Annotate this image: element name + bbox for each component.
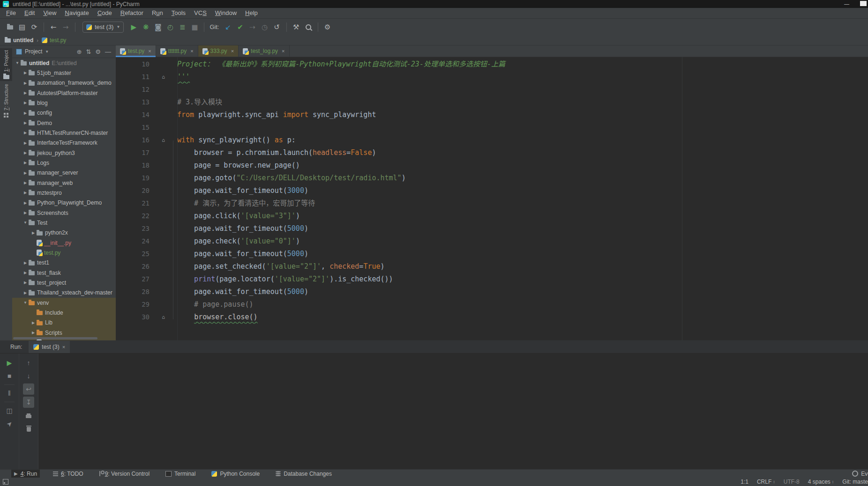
tree-arrow-icon[interactable]: ▶ [30, 331, 37, 335]
toolwindow-switcher-icon[interactable] [3, 479, 8, 485]
search-everywhere-icon[interactable] [303, 22, 314, 33]
code-area[interactable]: 10Project： 《最新出炉》系列初窥篇-Python+Playwright… [116, 57, 868, 340]
code-line[interactable]: 24 page.check('[value="0"]') [116, 235, 868, 248]
down-stack-trace-icon[interactable]: ↓ [23, 370, 34, 382]
code-line[interactable]: 13# 3.导入模块 [116, 96, 868, 109]
code-line[interactable]: 16⌂with sync_playwright() as p: [116, 134, 868, 147]
tree-arrow-icon[interactable]: ▶ [22, 121, 29, 125]
rerun-icon[interactable]: ▶ [4, 357, 15, 368]
event-log-button[interactable]: Eve [852, 471, 868, 477]
status-crlf[interactable]: CRLF↕ [757, 479, 775, 485]
fold-marker-icon[interactable]: ⌂ [150, 71, 177, 83]
pin-tab-icon[interactable]: ➤ [1, 416, 17, 432]
tree-item-Thailand_xsteach_dev-master[interactable]: ▶Thailand_xsteach_dev-master [12, 288, 116, 298]
tree-item-mztestpro[interactable]: ▶mztestpro [12, 188, 116, 198]
tree-arrow-icon[interactable]: ▶ [22, 131, 29, 135]
tree-arrow-icon[interactable]: ▶ [30, 231, 37, 235]
run-icon[interactable]: ▶ [128, 22, 139, 33]
menu-file[interactable]: File [2, 8, 20, 18]
tree-item-automation_framework_demo[interactable]: ▶automation_framework_demo [12, 78, 116, 88]
wrench-icon[interactable]: ⚒ [291, 22, 302, 33]
close-icon[interactable]: × [148, 48, 151, 54]
tree-item-Python_Playwright_Demo[interactable]: ▶Python_Playwright_Demo [12, 198, 116, 208]
tree-arrow-icon[interactable]: ▶ [22, 161, 29, 165]
tree-item-Demo[interactable]: ▶Demo [12, 118, 116, 128]
git-history-icon[interactable]: ◷ [259, 22, 270, 33]
synchronize-icon[interactable]: ⟳ [29, 22, 40, 33]
toolwindow-button-terminal[interactable]: Terminal [163, 470, 198, 478]
code-line[interactable]: 25 page.wait_for_timeout(5000) [116, 248, 868, 260]
code-line[interactable]: 12 [116, 83, 868, 96]
menu-navigate[interactable]: Navigate [60, 8, 93, 18]
toolwindow-button-run[interactable]: ▶4: Run [11, 470, 40, 478]
git-rollback-icon[interactable]: ↺ [271, 22, 283, 33]
tree-item-blog[interactable]: ▶blog [12, 98, 116, 108]
close-icon[interactable]: × [231, 48, 234, 54]
menu-run[interactable]: Run [148, 8, 167, 18]
toolwindow-button-version-control[interactable]: 9: Version Control [97, 470, 152, 478]
code-line[interactable]: 27 print(page.locator('[value="2"]').is_… [116, 273, 868, 286]
git-update-icon[interactable]: ↙ [223, 22, 234, 33]
tree-arrow-icon[interactable]: ▶ [22, 181, 29, 185]
run-tab[interactable]: test (3) × [29, 341, 70, 353]
tree-item-test_flask[interactable]: ▶test_flask [12, 268, 116, 278]
tree-item-config[interactable]: ▶config [12, 108, 116, 118]
tree-item-test.py[interactable]: test.py [12, 248, 116, 258]
code-line[interactable]: 30⌂ browser.close() [116, 311, 868, 324]
project-horizontal-scrollbar[interactable] [13, 337, 97, 339]
collapse-all-icon[interactable]: ⇅ [86, 48, 91, 55]
editor-tab-333.py[interactable]: 333.py× [198, 45, 239, 57]
code-line[interactable]: 18 page = browser.new_page() [116, 159, 868, 172]
status-1-1[interactable]: 1:1 [741, 479, 748, 485]
toolwindow-button-todo[interactable]: 6: TODO [50, 470, 86, 478]
tree-item-__init__.py[interactable]: __init__.py [12, 238, 116, 248]
profiler-icon[interactable]: ◴ [165, 22, 176, 33]
tree-arrow-icon[interactable]: ▶ [22, 191, 29, 195]
tree-arrow-icon[interactable]: ▶ [22, 71, 29, 75]
soft-wrap-icon[interactable]: ↩ [23, 383, 34, 395]
tree-item-venv[interactable]: ▼venv [12, 298, 116, 308]
code-line[interactable]: 14from playwright.sync_api import sync_p… [116, 109, 868, 121]
debug-icon[interactable]: ❋ [140, 22, 151, 33]
chevron-down-icon[interactable]: ▼ [45, 50, 49, 54]
gear-icon[interactable]: ⚙ [95, 48, 101, 55]
tree-item-jiekou_python3[interactable]: ▶jiekou_python3 [12, 148, 116, 158]
tree-item-AutotestPlatform-master[interactable]: ▶AutotestPlatform-master [12, 88, 116, 98]
code-line[interactable]: 23 page.wait_for_timeout(5000) [116, 222, 868, 235]
close-icon[interactable]: × [62, 344, 65, 350]
run-configuration-selector[interactable]: test (3)▼ [82, 22, 124, 33]
run-coverage-icon[interactable]: ◙ [152, 22, 164, 33]
tree-arrow-icon[interactable]: ▼ [22, 301, 29, 305]
code-line[interactable]: 17 browser = p.chromium.launch(headless=… [116, 147, 868, 159]
close-icon[interactable]: × [190, 48, 193, 54]
menu-tools[interactable]: Tools [167, 8, 190, 18]
code-line[interactable]: 28 page.wait_for_timeout(5000) [116, 286, 868, 298]
tree-item-HTMLTestRunnerCN-master[interactable]: ▶HTMLTestRunnerCN-master [12, 128, 116, 138]
tree-item-manager_web[interactable]: ▶manager_web [12, 178, 116, 188]
code-line[interactable]: 22 page.click('[value="3"]') [116, 210, 868, 222]
editor-tab-ttttttt.py[interactable]: ttttttt.py× [156, 45, 198, 57]
tree-item-Logs[interactable]: ▶Logs [12, 158, 116, 168]
breadcrumb-item-test.py[interactable]: test.py [42, 37, 66, 44]
stop-icon[interactable]: ■ [189, 22, 200, 33]
project-panel-title[interactable]: Project [25, 48, 42, 55]
tree-arrow-icon[interactable]: ▶ [22, 291, 29, 295]
pause-output-icon[interactable]: ‖ [4, 388, 15, 399]
breadcrumb-item-untitled[interactable]: untitled [5, 37, 33, 44]
menu-vcs[interactable]: VCS [190, 8, 211, 18]
minimize-button[interactable]: — [844, 1, 849, 7]
status-git-master[interactable]: Git: master [842, 479, 868, 485]
status-4-spaces[interactable]: 4 spaces↕ [808, 479, 834, 485]
tree-arrow-icon[interactable]: ▶ [22, 101, 29, 105]
back-icon[interactable]: ← [48, 22, 59, 33]
tree-item-Scripts[interactable]: ▶Scripts [12, 328, 116, 338]
scroll-to-end-icon[interactable]: ↧ [23, 397, 34, 408]
code-line[interactable]: 11⌂''' [116, 71, 868, 83]
tree-arrow-icon[interactable]: ▶ [22, 151, 29, 155]
menu-help[interactable]: Help [241, 8, 262, 18]
tree-arrow-icon[interactable]: ▶ [22, 201, 29, 205]
menu-code[interactable]: Code [93, 8, 116, 18]
tree-item-Lib[interactable]: ▶Lib [12, 318, 116, 328]
toolwindow-button-project[interactable]: 1: Project [0, 48, 12, 81]
tree-arrow-icon[interactable]: ▶ [22, 111, 29, 115]
